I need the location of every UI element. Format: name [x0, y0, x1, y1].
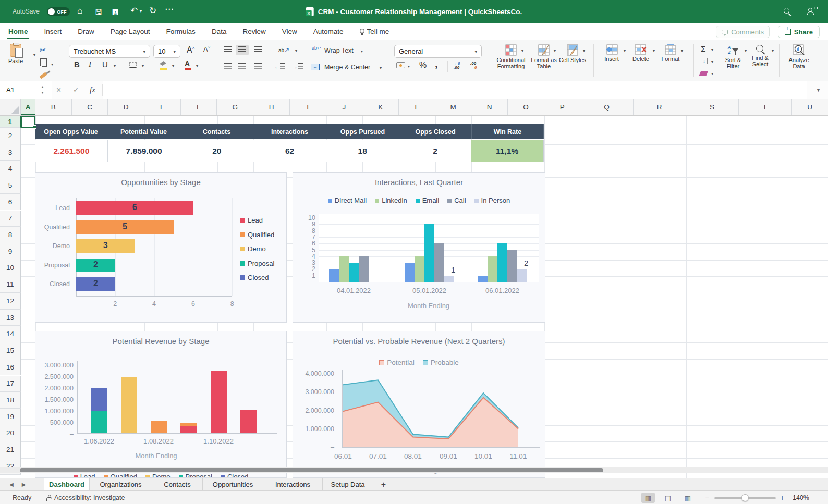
row-header-21[interactable]: 21: [0, 441, 21, 458]
row-header-3[interactable]: 3: [0, 144, 21, 161]
prev-sheet-icon[interactable]: ◀: [9, 482, 14, 487]
row-header-1[interactable]: 1: [0, 116, 21, 128]
clear-eraser-icon[interactable]: [700, 70, 707, 78]
kpi-header-win-rate[interactable]: Win Rate: [472, 124, 544, 139]
orientation-icon[interactable]: ab↗: [278, 46, 289, 54]
paste-chevron-icon[interactable]: ▾: [33, 53, 35, 57]
kpi-header-opps-closed[interactable]: Opps Closed: [399, 124, 472, 139]
font-color-icon[interactable]: A: [185, 59, 191, 70]
zoom-level[interactable]: 140%: [793, 494, 809, 501]
column-header-c[interactable]: C: [72, 99, 108, 115]
conditional-formatting-button[interactable]: Conditional Formatting: [492, 44, 530, 69]
sheet-tab-interactions[interactable]: Interactions: [263, 478, 323, 490]
save-icon[interactable]: 🖫: [95, 7, 102, 17]
merge-center-label[interactable]: Merge & Center: [324, 64, 370, 71]
chart-card-potential-revenue-by-stage[interactable]: Potential Revenue by Stage3.000.0002.500…: [35, 331, 287, 478]
row-header-16[interactable]: 16: [0, 359, 21, 376]
selected-cell-a1[interactable]: [21, 116, 35, 128]
row-header-17[interactable]: 17: [0, 376, 21, 392]
next-sheet-icon[interactable]: ▶: [22, 482, 26, 487]
home-icon[interactable]: ⌂: [77, 6, 82, 16]
chart-card-opportunities-by-stage[interactable]: Opportunities by Stage–2468Lead6Qualifie…: [35, 172, 287, 323]
decrease-font-size-button[interactable]: A˅: [203, 45, 210, 53]
increase-decimal-icon[interactable]: ←0.00: [454, 62, 460, 70]
share-button[interactable]: Share: [778, 26, 820, 38]
wrap-text-chevron-icon[interactable]: ▾: [361, 49, 363, 54]
row-header-10[interactable]: 10: [0, 260, 21, 277]
paste-button[interactable]: Paste: [8, 44, 23, 64]
ribbon-tab-insert[interactable]: Insert: [44, 23, 62, 40]
sheet-tab-organizations[interactable]: Organizations: [90, 478, 152, 490]
save-as-icon[interactable]: 🖪: [112, 7, 119, 17]
format-chevron-icon[interactable]: ▾: [681, 48, 683, 53]
name-box-stepper[interactable]: ▲▼: [41, 84, 44, 95]
presence-people-icon[interactable]: [807, 7, 815, 17]
column-header-u[interactable]: U: [792, 99, 828, 115]
column-header-t[interactable]: T: [739, 99, 792, 115]
autosave-toggle[interactable]: OFF: [47, 7, 70, 16]
undo-chevron-icon[interactable]: ▾: [140, 9, 142, 14]
insert-cells-button[interactable]: Insert: [599, 44, 625, 62]
row-header-12[interactable]: 12: [0, 293, 21, 310]
column-header-d[interactable]: D: [108, 99, 144, 115]
ribbon-tab-tell-me[interactable]: Tell me: [360, 23, 389, 40]
comma-style-icon[interactable]: ,: [435, 58, 438, 70]
percent-style-icon[interactable]: %: [419, 60, 427, 70]
row-header-18[interactable]: 18: [0, 392, 21, 409]
enter-check-icon[interactable]: ✓: [73, 85, 79, 94]
search-icon[interactable]: [784, 8, 791, 17]
borders-icon[interactable]: [129, 62, 137, 70]
zoom-slider[interactable]: [714, 497, 776, 499]
column-header-i[interactable]: I: [290, 99, 326, 115]
add-sheet-button[interactable]: +: [373, 478, 394, 490]
conditional-formatting-chevron-icon[interactable]: ▾: [521, 48, 523, 53]
decrease-indent-icon[interactable]: ←: [274, 63, 285, 70]
row-header-7[interactable]: 7: [0, 211, 21, 227]
format-cells-button[interactable]: Format: [657, 44, 684, 62]
autosum-icon[interactable]: Σ: [701, 44, 705, 53]
font-name-select[interactable]: Trebuchet MS▾: [69, 45, 150, 58]
redo-icon[interactable]: ↻: [149, 6, 156, 16]
fill-color-icon[interactable]: [160, 60, 167, 70]
column-header-n[interactable]: N: [471, 99, 508, 115]
insert-chevron-icon[interactable]: ▾: [624, 48, 626, 53]
kpi-value-opps-closed[interactable]: 2: [399, 140, 472, 162]
select-all-corner[interactable]: [0, 99, 21, 115]
chart-card-potential-vs-probable[interactable]: Potential vs. Probable Revenue (Next 2 Q…: [293, 331, 545, 478]
increase-font-size-button[interactable]: A˄: [187, 45, 194, 55]
copy-icon[interactable]: [42, 60, 47, 68]
delete-chevron-icon[interactable]: ▾: [653, 48, 655, 53]
column-header-p[interactable]: P: [544, 99, 581, 115]
column-header-o[interactable]: O: [508, 99, 544, 115]
page-break-view-button[interactable]: ▥: [681, 493, 695, 503]
cell-styles-chevron-icon[interactable]: ▾: [583, 48, 585, 53]
kpi-value-interactions[interactable]: 62: [253, 140, 326, 162]
ribbon-tab-review[interactable]: Review: [242, 23, 265, 40]
horizontal-scrollbar[interactable]: [0, 467, 828, 473]
column-header-s[interactable]: S: [686, 99, 739, 115]
find-select-button[interactable]: Find & Select: [748, 44, 773, 67]
accessibility-status[interactable]: Accessibility: Investigate: [46, 494, 125, 501]
align-top-button[interactable]: [221, 45, 234, 55]
normal-view-button[interactable]: ▦: [641, 493, 655, 503]
increase-indent-icon[interactable]: →: [292, 63, 303, 70]
fill-down-icon[interactable]: ↓: [701, 57, 708, 64]
horizontal-scrollbar-thumb[interactable]: [20, 468, 603, 472]
wrap-text-label[interactable]: Wrap Text: [324, 47, 354, 54]
insert-function-icon[interactable]: fx: [90, 85, 95, 94]
fill-color-chevron-icon[interactable]: ▾: [172, 64, 174, 68]
column-header-l[interactable]: L: [399, 99, 435, 115]
expand-formula-bar-icon[interactable]: ▼: [816, 88, 821, 93]
align-right-button[interactable]: [251, 62, 264, 72]
row-header-5[interactable]: 5: [0, 177, 21, 194]
kpi-header-contacts[interactable]: Contacts: [180, 124, 253, 139]
row-header-6[interactable]: 6: [0, 194, 21, 211]
font-color-chevron-icon[interactable]: ▾: [196, 64, 198, 68]
cut-icon[interactable]: ✂: [40, 45, 46, 55]
orientation-chevron-icon[interactable]: ▾: [295, 48, 297, 53]
column-header-h[interactable]: H: [253, 99, 290, 115]
column-header-k[interactable]: K: [362, 99, 399, 115]
column-header-g[interactable]: G: [217, 99, 254, 115]
ribbon-tab-home[interactable]: Home: [8, 23, 28, 40]
ribbon-tab-automate[interactable]: Automate: [313, 23, 344, 40]
